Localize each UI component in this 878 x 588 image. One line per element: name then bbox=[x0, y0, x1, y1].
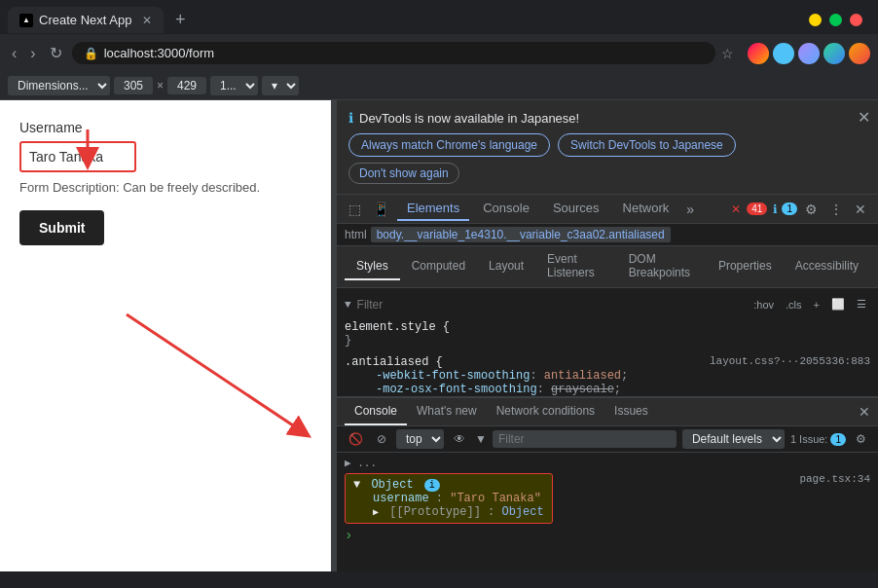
css-rule-element-style: element.style { } bbox=[345, 320, 870, 348]
console-settings-button[interactable]: ⚙ bbox=[852, 430, 870, 448]
tab-close-button[interactable]: ✕ bbox=[142, 14, 152, 27]
style-tab-accessibility[interactable]: Accessibility bbox=[784, 253, 870, 280]
profile-icons bbox=[748, 43, 870, 64]
bookmark-button[interactable]: ☆ bbox=[721, 46, 734, 61]
new-tab-button[interactable]: + bbox=[167, 6, 194, 34]
breadcrumb-html[interactable]: html bbox=[345, 228, 367, 241]
profile-avatar[interactable] bbox=[748, 43, 769, 64]
maximize-button[interactable]: □ bbox=[829, 14, 842, 26]
dont-show-again-button[interactable]: Don't show again bbox=[348, 163, 459, 184]
console-panel: Console What's new Network conditions Is… bbox=[337, 396, 878, 571]
object-label: Object bbox=[371, 478, 413, 492]
prototype-key: [[Prototype]] bbox=[389, 505, 481, 519]
match-language-button[interactable]: Always match Chrome's language bbox=[348, 133, 550, 157]
info-icon: ℹ bbox=[348, 110, 353, 126]
tab-favicon: ▲ bbox=[19, 14, 33, 27]
style-tab-computed[interactable]: Computed bbox=[400, 253, 477, 280]
tab-network[interactable]: Network bbox=[613, 197, 679, 221]
more-options-button[interactable]: ⋮ bbox=[825, 198, 847, 221]
clear-console-button[interactable]: 🚫 bbox=[345, 430, 367, 448]
profile-avatar-5[interactable] bbox=[849, 43, 870, 64]
device-toolbar-button[interactable]: 📱 bbox=[369, 198, 393, 221]
profile-avatar-3[interactable] bbox=[798, 43, 820, 64]
css-rule-antialiased: layout.css?···2055336:883 .antialiased {… bbox=[345, 355, 870, 396]
object-expand-triangle[interactable]: ▼ bbox=[353, 478, 360, 492]
filter-pipe: ▼ bbox=[475, 432, 487, 446]
profile-avatar-2[interactable] bbox=[773, 43, 794, 64]
object-prototype-line: ▶ [[Prototype]] : Object bbox=[373, 505, 544, 519]
force-state-button[interactable]: ⬜ bbox=[827, 297, 849, 312]
close-button[interactable]: ✕ bbox=[850, 14, 862, 26]
style-panel: Styles Computed Layout Event Listeners D… bbox=[337, 246, 878, 396]
filter-icon: ▼ bbox=[345, 299, 351, 311]
settings-button[interactable]: ⚙ bbox=[801, 198, 822, 221]
url-text: localhost:3000/form bbox=[104, 46, 214, 60]
console-content: ▶ ... page.tsx:34 ▼ Object i username : … bbox=[337, 453, 878, 571]
style-tab-layout[interactable]: Layout bbox=[477, 253, 535, 280]
switch-japanese-button[interactable]: Switch DevTools to Japanese bbox=[558, 133, 736, 157]
console-previous-output: ▶ ... bbox=[345, 457, 870, 469]
hov-button[interactable]: :hov bbox=[750, 298, 778, 312]
close-devtools-button[interactable]: ✕ bbox=[851, 198, 870, 221]
browser-tab[interactable]: ▲ Create Next App ✕ bbox=[8, 7, 164, 33]
notification-text: ℹ DevTools is now available in Japanese! bbox=[348, 110, 866, 126]
computed-sidebar-button[interactable]: ☰ bbox=[853, 297, 870, 312]
address-bar[interactable]: 🔒 localhost:3000/form bbox=[72, 42, 715, 64]
style-tab-event-listeners[interactable]: Event Listeners bbox=[535, 246, 617, 287]
console-tab-network-conditions[interactable]: Network conditions bbox=[487, 398, 604, 425]
tab-console[interactable]: Console bbox=[473, 197, 539, 221]
more-tabs-button[interactable]: » bbox=[682, 198, 698, 221]
forward-button[interactable]: › bbox=[26, 41, 39, 66]
console-toolbar: 🚫 ⊘ top 👁 ▼ Default levels 1 Issue: 1 ⚙ bbox=[337, 426, 878, 453]
console-tab-console[interactable]: Console bbox=[345, 398, 407, 425]
form-username-label: Username bbox=[19, 120, 311, 135]
log-level-selector[interactable]: Default levels bbox=[682, 429, 785, 449]
breadcrumb-body[interactable]: body.__variable_1e4310.__variable_c3aa02… bbox=[371, 227, 671, 242]
width-input[interactable] bbox=[114, 77, 153, 94]
eye-button[interactable]: 👁 bbox=[450, 430, 469, 448]
refresh-button[interactable]: ↻ bbox=[46, 40, 66, 66]
tab-sources[interactable]: Sources bbox=[543, 197, 609, 221]
style-tab-properties[interactable]: Properties bbox=[707, 253, 784, 280]
prototype-expand[interactable]: ▶ bbox=[373, 507, 379, 518]
tab-elements[interactable]: Elements bbox=[397, 197, 469, 221]
console-tab-issues[interactable]: Issues bbox=[604, 398, 658, 425]
console-tab-whatsnew[interactable]: What's new bbox=[407, 398, 487, 425]
back-button[interactable]: ‹ bbox=[8, 41, 20, 66]
console-filter-button[interactable]: ⊘ bbox=[373, 430, 390, 448]
plus-button[interactable]: + bbox=[810, 298, 823, 312]
style-filter-input[interactable] bbox=[357, 298, 745, 312]
username-key: username bbox=[373, 492, 429, 505]
cls-button[interactable]: .cls bbox=[782, 298, 806, 312]
breadcrumb-bar: html body.__variable_1e4310.__variable_c… bbox=[337, 224, 878, 246]
devtools-toolbar: ⬚ 📱 Elements Console Sources Network » ✕… bbox=[337, 195, 878, 224]
height-input[interactable] bbox=[167, 77, 206, 94]
username-input[interactable] bbox=[19, 141, 136, 172]
source-reference: page.tsx:34 bbox=[799, 473, 870, 485]
extra-dropdown[interactable]: ▾ bbox=[262, 76, 299, 95]
style-tab-dom-breakpoints[interactable]: DOM Breakpoints bbox=[617, 246, 707, 287]
inspect-element-button[interactable]: ⬚ bbox=[345, 198, 365, 221]
console-filter-input[interactable] bbox=[493, 430, 677, 448]
style-tab-styles[interactable]: Styles bbox=[345, 253, 400, 280]
webpage-panel: Username Form Description: Can be freely… bbox=[0, 100, 331, 571]
dimensions-bar: Dimensions... × 1... ▾ bbox=[0, 72, 878, 100]
minimize-button[interactable]: − bbox=[809, 14, 822, 26]
filter-buttons: :hov .cls + ⬜ ☰ bbox=[750, 297, 870, 312]
username-value: "Taro Tanaka" bbox=[450, 492, 541, 505]
dimensions-preset-dropdown[interactable]: Dimensions... bbox=[8, 76, 110, 95]
info-count: 1 bbox=[782, 202, 797, 215]
form-description: Form Description: Can be freely describe… bbox=[19, 180, 311, 195]
notification-actions: Always match Chrome's language Switch De… bbox=[348, 133, 866, 157]
submit-button[interactable]: Submit bbox=[19, 210, 104, 245]
notification-close-button[interactable]: ✕ bbox=[858, 108, 870, 127]
console-tabs: Console What's new Network conditions Is… bbox=[337, 398, 878, 426]
error-count: 41 bbox=[747, 202, 767, 215]
zoom-dropdown[interactable]: 1... bbox=[210, 76, 258, 95]
context-selector[interactable]: top bbox=[396, 429, 444, 449]
prototype-value: Object bbox=[501, 505, 543, 519]
profile-avatar-4[interactable] bbox=[823, 43, 845, 64]
console-close-button[interactable]: ✕ bbox=[859, 404, 870, 420]
prompt-arrow: › bbox=[345, 528, 352, 543]
style-content: ▼ :hov .cls + ⬜ ☰ element.style { } bbox=[337, 288, 878, 396]
